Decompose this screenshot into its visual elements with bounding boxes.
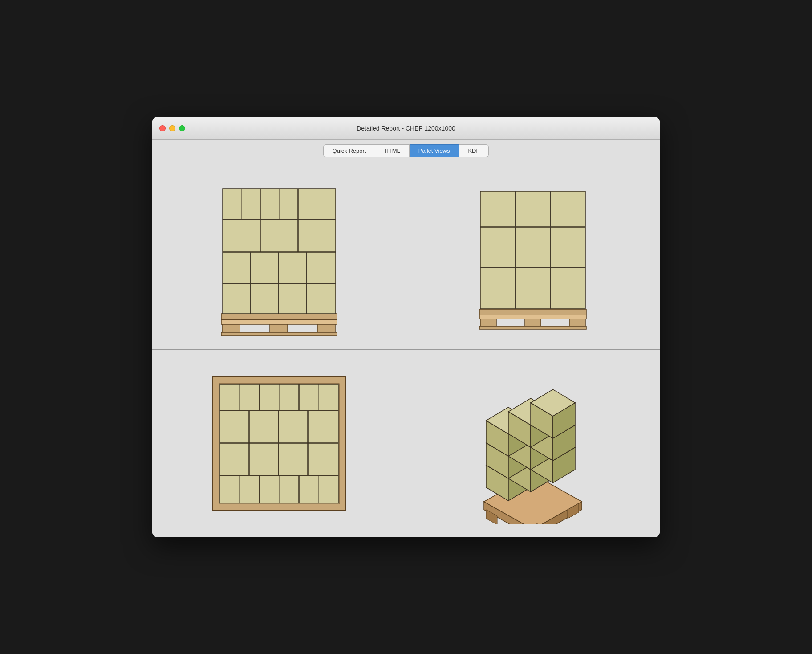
svg-rect-29	[480, 191, 515, 227]
svg-rect-35	[480, 268, 515, 309]
svg-rect-21	[279, 284, 306, 314]
svg-rect-16	[251, 252, 278, 283]
svg-rect-4	[317, 324, 335, 332]
application-window: Detailed Report - CHEP 1200x1000 Quick R…	[152, 117, 660, 537]
traffic-lights	[159, 125, 185, 131]
side-view-svg	[471, 180, 595, 331]
tab-bar: Quick Report HTML Pallet Views KDF	[152, 140, 660, 162]
svg-rect-0	[221, 314, 337, 320]
front-view-svg	[208, 176, 350, 336]
svg-rect-12	[223, 220, 260, 252]
svg-rect-17	[279, 252, 306, 283]
svg-rect-22	[307, 284, 336, 314]
top-view-cell	[152, 350, 406, 537]
window-title: Detailed Report - CHEP 1200x1000	[357, 125, 455, 132]
front-view-cell	[152, 162, 406, 350]
isometric-view-cell	[406, 350, 660, 537]
svg-rect-47	[249, 411, 278, 443]
svg-rect-13	[260, 220, 298, 252]
svg-rect-30	[516, 191, 550, 227]
top-view-svg	[208, 372, 350, 515]
svg-rect-23	[479, 309, 586, 315]
close-button[interactable]	[159, 125, 166, 131]
svg-rect-28	[479, 326, 586, 329]
tab-kdf[interactable]: KDF	[459, 144, 489, 157]
titlebar: Detailed Report - CHEP 1200x1000	[152, 117, 660, 140]
svg-rect-46	[220, 411, 249, 443]
svg-rect-48	[279, 411, 308, 443]
main-content	[152, 162, 660, 537]
svg-rect-32	[480, 227, 515, 267]
svg-rect-24	[479, 315, 586, 319]
svg-rect-19	[223, 284, 250, 314]
pallet-views-grid	[152, 162, 660, 537]
svg-rect-2	[222, 324, 240, 332]
minimize-button[interactable]	[169, 125, 175, 131]
svg-rect-1	[221, 320, 337, 324]
side-view-cell	[406, 162, 660, 350]
svg-rect-36	[516, 268, 550, 309]
tab-quick-report[interactable]: Quick Report	[323, 144, 376, 157]
tab-html[interactable]: HTML	[375, 144, 409, 157]
svg-rect-5	[221, 332, 337, 336]
svg-rect-15	[223, 252, 250, 283]
svg-rect-3	[270, 324, 288, 332]
svg-rect-18	[307, 252, 336, 283]
maximize-button[interactable]	[179, 125, 185, 131]
svg-rect-52	[279, 443, 308, 475]
svg-rect-50	[220, 443, 249, 475]
svg-rect-25	[480, 319, 496, 326]
isometric-view-svg	[457, 364, 609, 524]
svg-rect-34	[551, 227, 585, 267]
svg-rect-20	[251, 284, 278, 314]
svg-rect-37	[551, 268, 585, 309]
svg-rect-27	[569, 319, 585, 326]
svg-rect-31	[551, 191, 585, 227]
svg-rect-33	[516, 227, 550, 267]
svg-rect-51	[249, 443, 278, 475]
svg-rect-53	[308, 443, 338, 475]
svg-rect-26	[525, 319, 541, 326]
svg-rect-14	[298, 220, 336, 252]
svg-rect-49	[308, 411, 338, 443]
tab-pallet-views[interactable]: Pallet Views	[410, 144, 459, 157]
